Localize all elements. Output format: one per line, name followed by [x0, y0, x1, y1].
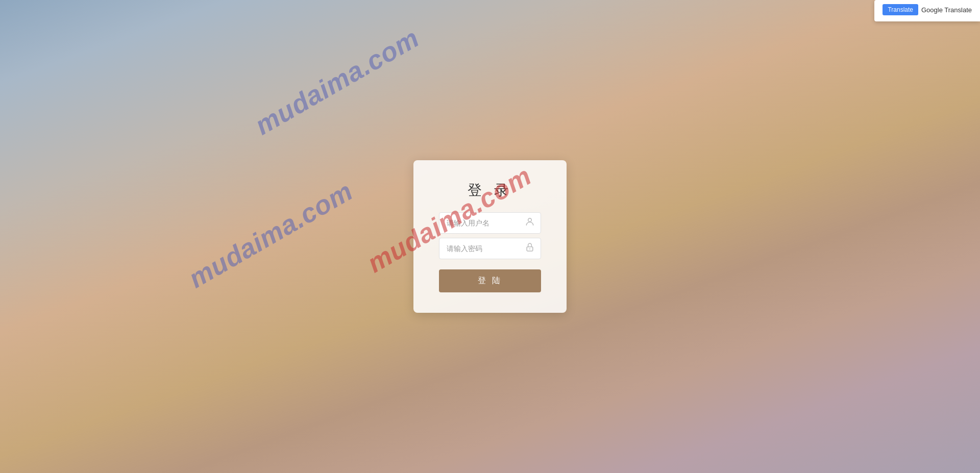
watermark-1: mudaima.com — [250, 22, 424, 141]
password-field-group — [439, 238, 541, 259]
username-field-group — [439, 212, 541, 234]
translate-button[interactable]: Translate — [883, 4, 918, 15]
person-icon — [525, 217, 535, 230]
login-card: 登 录 登 陆 — [413, 160, 567, 313]
watermark-2: mudaima.com — [183, 176, 358, 294]
login-button[interactable]: 登 陆 — [439, 269, 541, 292]
google-translate-popup: Translate Google Translate — [874, 0, 980, 21]
page-title: 登 录 — [468, 181, 512, 200]
svg-point-2 — [529, 248, 530, 250]
svg-point-0 — [528, 218, 532, 222]
lock-icon — [525, 242, 535, 255]
translate-label: Google Translate — [921, 6, 972, 14]
